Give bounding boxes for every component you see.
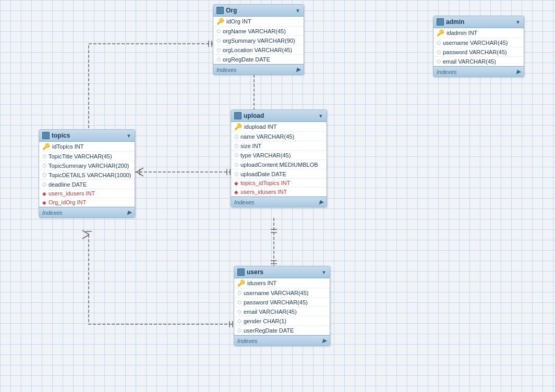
upload-field-3: ◇ type VARCHAR(45) xyxy=(231,151,327,160)
diamond-icon: ◇ xyxy=(237,327,242,334)
svg-line-8 xyxy=(137,168,143,172)
upload-table: upload ▼ 🔑 idupload INT ◇ name VARCHAR(4… xyxy=(231,109,327,207)
users-table-title: users xyxy=(247,268,263,276)
users-field-0: 🔑 idusers INT xyxy=(234,278,330,288)
pk-icon: 🔑 xyxy=(237,279,245,287)
diamond-icon: ◇ xyxy=(216,56,221,63)
upload-field-1: ◇ name VARCHAR(45) xyxy=(231,132,327,141)
diamond-icon: ◇ xyxy=(234,142,238,149)
topics-dropdown-arrow[interactable]: ▼ xyxy=(126,133,131,139)
users-table: users ▼ 🔑 idusers INT ◇ username VARCHAR… xyxy=(234,266,330,346)
fk-icon: ◆ xyxy=(42,200,46,205)
users-field-1: ◇ username VARCHAR(45) xyxy=(234,288,330,298)
svg-line-9 xyxy=(137,172,143,176)
org-field-4: ◇ orgRegDate DATE xyxy=(213,55,304,64)
topics-table: topics ▼ 🔑 idTopics INT ◇ TopicTitle VAR… xyxy=(39,129,135,218)
topics-field-0: 🔑 idTopics INT xyxy=(39,142,135,152)
diamond-icon: ◇ xyxy=(216,46,221,53)
admin-table-header[interactable]: admin ▼ xyxy=(433,16,524,28)
org-table-footer[interactable]: Indexes ▶ xyxy=(213,64,304,75)
admin-field-0: 🔑 idadmin INT xyxy=(433,28,524,38)
upload-field-6: ◆ topics_idTopics INT xyxy=(231,179,327,188)
admin-table-title: admin xyxy=(446,18,464,26)
diamond-icon: ◇ xyxy=(42,162,46,169)
users-field-3: ◇ email VARCHAR(45) xyxy=(234,307,330,316)
topics-table-icon xyxy=(42,132,50,139)
diamond-icon: ◇ xyxy=(234,152,238,158)
admin-dropdown-arrow[interactable]: ▼ xyxy=(515,19,521,25)
upload-indexes-arrow[interactable]: ▶ xyxy=(319,199,323,205)
upload-table-header[interactable]: upload ▼ xyxy=(231,110,327,122)
fk-icon: ◆ xyxy=(42,191,46,197)
diamond-icon: ◇ xyxy=(234,133,238,140)
users-table-icon xyxy=(237,268,245,276)
upload-field-7: ◆ users_idusers INT xyxy=(231,188,327,197)
users-field-4: ◇ gender CHAR(1) xyxy=(234,316,330,326)
topics-field-1: ◇ TopicTitle VARCHAR(45) xyxy=(39,152,135,161)
diamond-icon: ◇ xyxy=(216,28,221,34)
upload-field-4: ◇ uploadContent MEDIUMBLOB xyxy=(231,160,327,169)
diamond-icon: ◇ xyxy=(437,48,441,55)
fk-icon: ◆ xyxy=(234,189,238,195)
svg-line-20 xyxy=(82,235,89,239)
diamond-icon: ◇ xyxy=(234,170,238,177)
topics-table-header[interactable]: topics ▼ xyxy=(39,130,135,142)
users-table-footer[interactable]: Indexes ▶ xyxy=(234,335,330,346)
topics-table-footer[interactable]: Indexes ▶ xyxy=(39,207,135,217)
fk-icon: ◆ xyxy=(234,180,238,186)
org-table: Org ▼ 🔑 idOrg INT ◇ orgName VARCHAR(45) … xyxy=(213,4,304,75)
diamond-icon: ◇ xyxy=(237,289,242,296)
upload-table-title: upload xyxy=(244,112,264,119)
upload-dropdown-arrow[interactable]: ▼ xyxy=(318,113,323,119)
diamond-icon: ◇ xyxy=(237,317,242,324)
admin-table-footer[interactable]: Indexes ▶ xyxy=(433,66,524,77)
admin-table: admin ▼ 🔑 idadmin INT ◇ username VARCHAR… xyxy=(433,16,524,77)
pk-icon: 🔑 xyxy=(42,143,50,150)
topics-field-6: ◆ Org_idOrg INT xyxy=(39,198,135,207)
svg-line-19 xyxy=(82,230,89,235)
diamond-icon: ◇ xyxy=(42,181,46,188)
admin-field-2: ◇ password VARCHAR(45) xyxy=(433,47,524,57)
diamond-icon: ◇ xyxy=(42,153,46,160)
diamond-icon: ◇ xyxy=(234,161,238,168)
upload-field-0: 🔑 idupload INT xyxy=(231,122,327,132)
diamond-icon: ◇ xyxy=(42,172,46,178)
diamond-icon: ◇ xyxy=(237,308,242,315)
users-dropdown-arrow[interactable]: ▼ xyxy=(321,270,327,275)
topics-field-2: ◇ TopicSummary VARCHAR(200) xyxy=(39,161,135,170)
diamond-icon: ◇ xyxy=(237,299,242,305)
topics-table-title: topics xyxy=(52,132,70,139)
diamond-icon: ◇ xyxy=(437,58,441,65)
users-indexes-arrow[interactable]: ▶ xyxy=(322,337,327,344)
org-field-0: 🔑 idOrg INT xyxy=(213,17,304,27)
upload-field-2: ◇ size INT xyxy=(231,141,327,151)
pk-icon: 🔑 xyxy=(216,18,224,25)
topics-field-4: ◇ deadline DATE xyxy=(39,180,135,189)
org-field-1: ◇ orgName VARCHAR(45) xyxy=(213,27,304,36)
diamond-icon: ◇ xyxy=(437,39,441,46)
upload-field-5: ◇ uploadDate DATE xyxy=(231,169,327,179)
admin-indexes-arrow[interactable]: ▶ xyxy=(516,68,521,75)
org-field-2: ◇ orgSummary VARCHAR(90) xyxy=(213,36,304,45)
org-field-3: ◇ orgLocation VARCHAR(45) xyxy=(213,45,304,55)
upload-table-icon xyxy=(234,112,242,119)
org-dropdown-arrow[interactable]: ▼ xyxy=(295,8,300,14)
topics-indexes-arrow[interactable]: ▶ xyxy=(127,209,131,216)
org-table-icon xyxy=(216,7,224,14)
topics-field-5: ◆ users_idusers INT xyxy=(39,189,135,198)
users-field-2: ◇ password VARCHAR(45) xyxy=(234,298,330,307)
org-indexes-arrow[interactable]: ▶ xyxy=(296,66,300,73)
admin-field-1: ◇ username VARCHAR(45) xyxy=(433,38,524,47)
diamond-icon: ◇ xyxy=(216,37,221,44)
upload-table-footer[interactable]: Indexes ▶ xyxy=(231,197,327,207)
topics-field-3: ◇ TopicDETAILS VARCHAR(1000) xyxy=(39,170,135,180)
users-field-5: ◇ userRegDate DATE xyxy=(234,326,330,335)
admin-field-3: ◇ email VARCHAR(45) xyxy=(433,57,524,66)
users-table-header[interactable]: users ▼ xyxy=(234,266,330,278)
org-table-title: Org xyxy=(226,7,237,14)
admin-table-icon xyxy=(437,18,444,26)
pk-icon: 🔑 xyxy=(437,29,444,36)
pk-icon: 🔑 xyxy=(234,123,242,130)
org-table-header[interactable]: Org ▼ xyxy=(213,5,304,17)
